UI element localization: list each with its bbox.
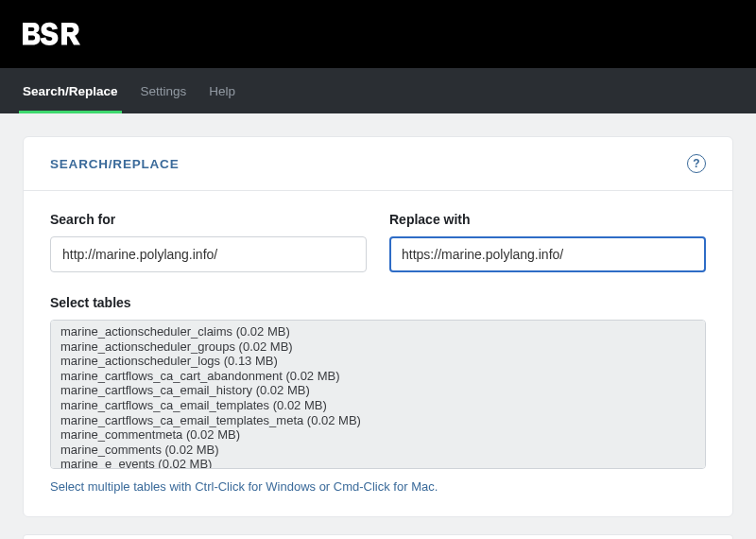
table-option[interactable]: marine_cartflows_ca_email_templates_meta… [51, 413, 705, 428]
search-replace-card: SEARCH/REPLACE ? Search for Replace with… [23, 136, 733, 517]
table-option[interactable]: marine_actionscheduler_groups (0.02 MB) [51, 339, 705, 355]
select-tables-field: Select tables marine_actionscheduler_cla… [50, 295, 706, 494]
next-card [23, 534, 733, 539]
tab-search-replace[interactable]: Search/Replace [11, 68, 129, 113]
table-option[interactable]: marine_commentmeta (0.02 MB) [51, 427, 705, 443]
brand-logo [23, 21, 84, 47]
tab-bar: Search/Replace Settings Help [0, 68, 756, 113]
table-option[interactable]: marine_cartflows_ca_cart_abandonment (0.… [51, 369, 705, 384]
table-option[interactable]: marine_actionscheduler_logs (0.13 MB) [51, 354, 705, 369]
select-tables-hint: Select multiple tables with Ctrl-Click f… [50, 479, 706, 494]
table-option[interactable]: marine_cartflows_ca_email_history (0.02 … [51, 383, 705, 398]
help-icon[interactable]: ? [687, 154, 706, 173]
replace-with-field: Replace with [389, 212, 706, 272]
search-for-input[interactable] [50, 236, 367, 272]
card-title: SEARCH/REPLACE [50, 157, 179, 171]
tab-settings[interactable]: Settings [129, 68, 198, 113]
card-header: SEARCH/REPLACE ? [24, 137, 732, 191]
table-option[interactable]: marine_cartflows_ca_email_templates (0.0… [51, 398, 705, 413]
replace-with-input[interactable] [389, 236, 706, 272]
search-for-field: Search for [50, 212, 367, 272]
table-option[interactable]: marine_comments (0.02 MB) [51, 443, 705, 458]
tab-help[interactable]: Help [198, 68, 247, 113]
card-body: Search for Replace with Select tables ma… [24, 191, 732, 516]
input-row: Search for Replace with [50, 212, 706, 272]
top-bar [0, 0, 756, 68]
table-option[interactable]: marine_e_events (0.02 MB) [51, 457, 705, 469]
select-tables-list[interactable]: marine_actionscheduler_claims (0.02 MB)m… [50, 320, 706, 469]
select-tables-label: Select tables [50, 295, 706, 310]
table-option[interactable]: marine_actionscheduler_claims (0.02 MB) [51, 324, 705, 339]
page-content: SEARCH/REPLACE ? Search for Replace with… [0, 113, 756, 539]
search-for-label: Search for [50, 212, 367, 227]
replace-with-label: Replace with [389, 212, 706, 227]
